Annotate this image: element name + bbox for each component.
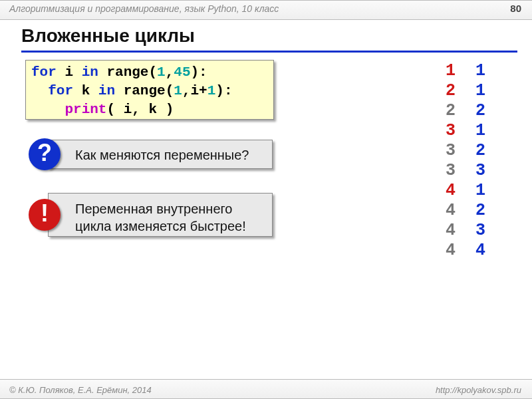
footer-copyright: © К.Ю. Поляков, Е.А. Ерёмин, 2014 bbox=[9, 385, 152, 395]
question-badge-icon: ? bbox=[29, 138, 61, 170]
output-k: 1 bbox=[475, 61, 485, 80]
output-k: 1 bbox=[475, 121, 485, 140]
output-i: 1 bbox=[446, 61, 456, 80]
output-k: 4 bbox=[475, 241, 485, 260]
output-k: 1 bbox=[475, 181, 485, 200]
output-row: 3 1 bbox=[446, 121, 485, 141]
output-i: 2 bbox=[446, 81, 456, 100]
output-i: 4 bbox=[446, 241, 456, 260]
output-k: 3 bbox=[475, 221, 485, 240]
output-k: 1 bbox=[475, 81, 485, 100]
output-row: 2 1 bbox=[446, 81, 485, 101]
output-i: 3 bbox=[446, 121, 456, 140]
warning-badge-icon: ! bbox=[29, 199, 61, 231]
warning-text: Переменная внутреннего цикла изменяется … bbox=[75, 201, 246, 233]
course-title: Алгоритмизация и программирование, язык … bbox=[9, 3, 279, 14]
code-text bbox=[31, 83, 48, 98]
code-text bbox=[31, 102, 65, 117]
code-block: for i in range(1,45): for k in range(1,i… bbox=[25, 60, 274, 120]
code-kw: in bbox=[82, 65, 98, 80]
output-row: 4 3 bbox=[446, 221, 485, 241]
code-fn: print bbox=[65, 102, 106, 117]
code-num: 1 bbox=[174, 83, 182, 98]
output-i: 4 bbox=[446, 221, 456, 240]
footer-url: http://kpolyakov.spb.ru bbox=[436, 385, 521, 395]
output-k: 2 bbox=[475, 201, 485, 220]
output-block: 1 12 12 23 13 23 34 14 24 34 4 bbox=[446, 61, 485, 261]
code-kw: for bbox=[48, 83, 73, 98]
output-i: 2 bbox=[446, 101, 456, 120]
slide: Алгоритмизация и программирование, язык … bbox=[0, 0, 532, 399]
code-text: range( bbox=[98, 65, 157, 80]
question-text: Как меняются переменные? bbox=[75, 148, 249, 162]
code-text: ): bbox=[191, 65, 207, 80]
code-text: ( i, k ) bbox=[106, 102, 174, 117]
code-num: 45 bbox=[174, 65, 190, 80]
output-row: 3 2 bbox=[446, 141, 485, 161]
output-i: 3 bbox=[446, 161, 456, 180]
title-underline bbox=[21, 51, 517, 53]
output-row: 1 1 bbox=[446, 61, 485, 81]
code-text: i bbox=[57, 65, 82, 80]
output-row: 4 1 bbox=[446, 181, 485, 201]
code-text: ): bbox=[215, 83, 232, 98]
output-row: 3 3 bbox=[446, 161, 485, 181]
output-row: 4 4 bbox=[446, 241, 485, 261]
output-i: 3 bbox=[446, 141, 456, 160]
code-kw: for bbox=[31, 65, 57, 80]
code-text: k bbox=[73, 83, 98, 98]
code-num: 1 bbox=[207, 83, 216, 98]
output-row: 2 2 bbox=[446, 101, 485, 121]
output-i: 4 bbox=[446, 201, 456, 220]
output-i: 4 bbox=[446, 181, 456, 200]
code-kw: in bbox=[98, 83, 115, 98]
output-row: 4 2 bbox=[446, 201, 485, 221]
page-number: 80 bbox=[510, 3, 521, 14]
code-text: , bbox=[166, 65, 174, 80]
warning-callout: ! Переменная внутреннего цикла изменяетс… bbox=[48, 193, 273, 237]
slide-title: Вложенные циклы bbox=[21, 25, 195, 47]
output-k: 2 bbox=[475, 141, 485, 160]
output-k: 3 bbox=[475, 161, 485, 180]
question-callout: ? Как меняются переменные? bbox=[48, 140, 273, 169]
code-text: ,i+ bbox=[182, 83, 207, 98]
output-k: 2 bbox=[475, 101, 485, 120]
code-text: range( bbox=[115, 83, 174, 98]
code-num: 1 bbox=[157, 65, 166, 80]
